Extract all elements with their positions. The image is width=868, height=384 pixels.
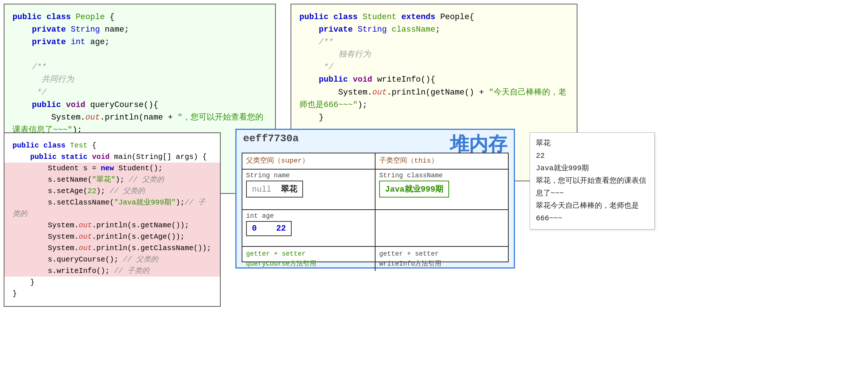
code-keyword: private xyxy=(32,25,66,34)
code-keyword: public xyxy=(319,75,348,84)
heap-address: eeff7730a xyxy=(243,133,299,144)
code-keyword: static xyxy=(61,153,88,161)
highlight-line: s.writeInfo(); // 子类的 xyxy=(4,265,220,277)
code-keyword: extends xyxy=(401,13,435,22)
name-value: 翠花 xyxy=(281,185,297,194)
heap-bottom-row: getter + setter queryCourse方法引用 getter +… xyxy=(242,247,508,271)
code-keyword: private xyxy=(32,38,66,47)
output-line-4: 翠花，您可以开始查看您的课表信息了~~~ xyxy=(536,175,648,200)
code-string: "Java就业999期" xyxy=(114,198,176,207)
code-type: String xyxy=(71,25,100,34)
output-line-3: Java就业999期 xyxy=(536,162,648,175)
code-out: out xyxy=(79,244,92,252)
age-label: int age xyxy=(246,212,371,220)
code-keyword: class xyxy=(333,13,357,22)
highlight-line: System.out.println(s.getClassName()); xyxy=(4,242,220,254)
output-panel: 翠花 22 Java就业999期 翠花，您可以开始查看您的课表信息了~~~ 翠花… xyxy=(530,132,655,230)
name-label: String name xyxy=(246,172,371,179)
heap-age-box: 0 22 xyxy=(246,221,292,236)
code-keyword: private xyxy=(319,25,353,34)
code-comment: /** xyxy=(32,63,47,72)
bottom-right-line1: getter + setter xyxy=(379,249,504,259)
code-keyword: public xyxy=(30,153,57,161)
highlight-line: Student s = new Student(); xyxy=(4,163,220,174)
classname-label: String className xyxy=(379,172,504,179)
classname-value: Java就业999期 xyxy=(385,185,443,194)
code-void: void xyxy=(66,100,85,110)
highlight-line: s.setClassName("Java就业999期");// 子类的 xyxy=(4,197,220,220)
highlight-line: s.setName("翠花"); // 父类的 xyxy=(4,174,220,185)
highlight-line: System.out.println(s.getName()); xyxy=(4,220,220,231)
highlight-line: System.out.println(s.getAge()); xyxy=(4,231,220,242)
code-comment: /** xyxy=(319,38,334,47)
output-line-2: 22 xyxy=(536,150,648,162)
code-out: out xyxy=(372,88,387,97)
code-keyword: public xyxy=(13,13,42,22)
code-string: "今天自己棒棒的，老师也是666~~~" xyxy=(299,88,566,110)
heap-age-row: int age 0 22 xyxy=(242,210,508,247)
code-out: out xyxy=(85,113,100,122)
code-keyword: new xyxy=(101,164,114,173)
super-label: 父类空间（super） xyxy=(242,153,376,169)
code-comment: // 父类的 xyxy=(129,175,164,184)
code-keyword: class xyxy=(46,13,71,22)
code-void: void xyxy=(353,75,372,84)
heap-age-cell: int age 0 22 xyxy=(242,210,376,246)
heap-memory-panel: eeff7730a 堆内存 父类空间（super） 子类空间（this） Str… xyxy=(235,129,515,269)
highlight-line: s.setAge(22); // 父类的 xyxy=(4,185,220,197)
code-comment: // 子类的 xyxy=(114,267,149,275)
field-classname: className xyxy=(392,25,435,34)
heap-name-row: String name null 翠花 String className Jav… xyxy=(242,170,508,210)
heap-age-right-cell xyxy=(376,210,508,246)
code-type: String xyxy=(357,25,387,34)
code-comment: // 父类的 xyxy=(110,187,145,195)
code-comment-cn: 独有行为 xyxy=(338,50,371,59)
bottom-right-line2: writeInfo方法引用 xyxy=(379,259,504,269)
code-comment: // 父类的 xyxy=(123,255,158,264)
age-null: 0 xyxy=(252,224,257,233)
code-comment: // 子类的 xyxy=(13,198,205,218)
bottom-left-line2: queryCourse方法引用 xyxy=(246,259,371,269)
heap-classname-box: Java就业999期 xyxy=(379,181,449,198)
code-comment: */ xyxy=(37,88,46,97)
code-string: "，您可以开始查看您的课表信息了~~~" xyxy=(13,113,263,135)
bottom-left-line1: getter + setter xyxy=(246,249,371,259)
heap-classname-cell: String className Java就业999期 xyxy=(376,170,508,209)
code-void: void xyxy=(92,153,110,161)
heap-bottom-right: getter + setter writeInfo方法引用 xyxy=(376,247,508,271)
code-type: int xyxy=(71,38,85,47)
name-null: null xyxy=(252,185,271,194)
heap-name-box: null 翠花 xyxy=(246,181,303,198)
test-class-panel: public class Test { public static void m… xyxy=(4,132,221,307)
code-out: out xyxy=(79,232,92,241)
age-value: 22 xyxy=(276,224,286,233)
heap-header-row: 父类空间（super） 子类空间（this） xyxy=(242,153,508,170)
class-name: People xyxy=(76,13,105,22)
output-line-1: 翠花 xyxy=(536,137,648,150)
heap-name-cell: String name null 翠花 xyxy=(242,170,376,209)
sub-label: 子类空间（this） xyxy=(376,153,508,169)
heap-inner-table: 父类空间（super） 子类空间（this） String name null … xyxy=(242,153,509,262)
code-keyword: public xyxy=(32,100,61,110)
code-keyword: class xyxy=(43,141,65,150)
code-comment: */ xyxy=(324,63,333,72)
highlight-line: s.queryCourse(); // 父类的 xyxy=(4,254,220,265)
code-comment-cn: 共同行为 xyxy=(42,75,74,84)
class-name: Test xyxy=(70,141,88,150)
code-keyword: public xyxy=(13,141,39,150)
class-name: Student xyxy=(363,13,396,22)
code-out: out xyxy=(79,221,92,230)
code-number: 22 xyxy=(88,187,96,195)
heap-bottom-left: getter + setter queryCourse方法引用 xyxy=(242,247,376,271)
code-string: "翠花" xyxy=(92,175,115,184)
output-line-5: 翠花今天自己棒棒的，老师也是666~~~ xyxy=(536,200,648,225)
code-keyword: public xyxy=(299,13,328,22)
